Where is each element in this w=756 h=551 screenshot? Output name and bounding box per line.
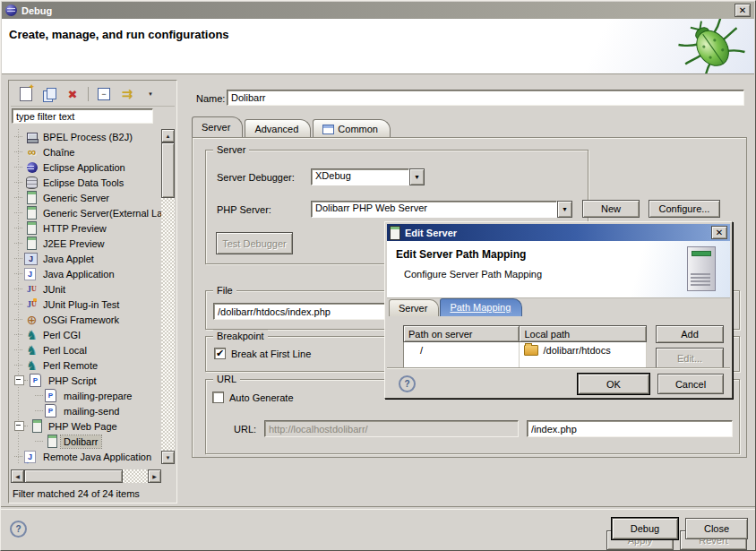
- java-icon: [24, 268, 36, 280]
- configure-server-button[interactable]: Configure...: [649, 200, 720, 218]
- dialog-title: Edit Server: [405, 228, 711, 238]
- dialog-heading: Edit Server Path Mapping: [396, 248, 526, 261]
- tree-item[interactable]: JUnit: [11, 281, 161, 297]
- scroll-left-icon[interactable]: ◀: [11, 469, 24, 483]
- edit-mapping-button[interactable]: Edit...: [656, 348, 724, 367]
- tab-common[interactable]: Common: [313, 119, 391, 137]
- collapse-all-icon[interactable]: [94, 85, 114, 103]
- tree-item[interactable]: Eclipse Application: [11, 159, 161, 175]
- column-header-local-path[interactable]: Local path: [520, 326, 647, 342]
- php-server-select[interactable]: Dolibarr PHP Web Server: [311, 201, 572, 218]
- tab-server[interactable]: Server: [192, 116, 243, 137]
- tree-item[interactable]: Remote Java Application: [11, 449, 161, 464]
- new-server-button[interactable]: New: [582, 200, 640, 218]
- duplicate-configuration-icon[interactable]: [39, 85, 59, 103]
- auto-generate-checkbox[interactable]: [212, 392, 224, 403]
- column-header-path-on-server[interactable]: Path on server: [404, 326, 520, 342]
- scrollbar-thumb[interactable]: [161, 142, 175, 198]
- scroll-down-icon[interactable]: ▼: [161, 451, 175, 464]
- scroll-up-icon[interactable]: ▲: [161, 129, 175, 142]
- server-debugger-label: Server Debugger:: [217, 172, 295, 183]
- dialog-close-button[interactable]: [711, 226, 727, 239]
- tree-item[interactable]: mailing-prepare: [11, 388, 161, 403]
- help-icon[interactable]: [399, 375, 416, 392]
- configuration-tree: BPEL Process (B2J) Chaîne Eclipse Applic…: [11, 129, 161, 464]
- tree-item[interactable]: Perl CGI: [11, 327, 161, 342]
- tree-item[interactable]: JUnit Plug-in Test: [11, 297, 161, 312]
- tree-item[interactable]: OSGi Framework: [11, 312, 161, 327]
- server-icon: [45, 435, 60, 449]
- view-menu-dropdown-icon[interactable]: [141, 85, 160, 103]
- tree-item[interactable]: Perl Remote: [11, 357, 161, 373]
- collapse-expander-icon[interactable]: [14, 421, 24, 431]
- tree-item[interactable]: HTTP Preview: [11, 220, 161, 236]
- url-group-title: URL: [213, 373, 240, 385]
- chevron-down-icon[interactable]: [557, 201, 572, 218]
- dialog-tabs: Server Path Mapping: [389, 297, 523, 316]
- window-close-button[interactable]: [735, 4, 751, 17]
- tree-item[interactable]: mailing-send: [11, 403, 161, 418]
- filter-configurations-icon[interactable]: [117, 85, 137, 103]
- tree-item[interactable]: Chaîne: [11, 144, 161, 159]
- java-applet-icon: [24, 253, 38, 265]
- filter-input[interactable]: [12, 108, 153, 124]
- junit-plugin-icon: [24, 297, 39, 312]
- name-input[interactable]: [227, 90, 744, 106]
- test-debugger-button[interactable]: Test Debugger: [216, 232, 293, 254]
- path-mapping-table[interactable]: Path on server Local path / /dolibarr/ht…: [403, 325, 647, 367]
- scrollbar-thumb[interactable]: [24, 469, 123, 483]
- dialog-titlebar[interactable]: Edit Server: [387, 224, 730, 241]
- collapse-expander-icon[interactable]: [14, 375, 24, 385]
- base-url-input: [264, 420, 519, 437]
- url-path-input[interactable]: [527, 420, 733, 437]
- tree-item[interactable]: BPEL Process (B2J): [11, 129, 161, 144]
- php-page-icon: [45, 404, 56, 418]
- tree-item[interactable]: Generic Server(External La: [11, 205, 161, 220]
- tree-item[interactable]: Eclipse Data Tools: [11, 175, 161, 190]
- tree-item-selected[interactable]: Dolibarr: [11, 434, 161, 449]
- eclipse-logo-icon: [5, 4, 17, 16]
- osgi-target-icon: [24, 313, 39, 327]
- tree-item[interactable]: J2EE Preview: [11, 236, 161, 251]
- tree-item[interactable]: PHP Web Page: [11, 418, 161, 434]
- configurations-toolbar: [11, 82, 175, 107]
- toolbar-separator: [88, 87, 89, 101]
- break-at-first-line-checkbox[interactable]: [214, 348, 226, 359]
- tree-item[interactable]: PHP Script: [11, 373, 161, 388]
- tree-horizontal-scrollbar[interactable]: ◀ ▶: [11, 469, 161, 483]
- help-icon[interactable]: [10, 521, 27, 538]
- database-icon: [24, 176, 39, 190]
- banner-text: Create, manage, and run configurations: [9, 28, 229, 41]
- server-icon: [24, 191, 39, 205]
- tree-item[interactable]: Java Application: [11, 266, 161, 281]
- tree-vertical-scrollbar[interactable]: ▲ ▼: [161, 129, 175, 464]
- configuration-tabs: Server Advanced Common: [192, 119, 392, 137]
- close-button[interactable]: Close: [685, 518, 748, 539]
- chain-icon: [24, 145, 39, 159]
- folder-icon: [524, 345, 538, 356]
- tree-item[interactable]: Generic Server: [11, 190, 161, 205]
- tree-item[interactable]: Perl Local: [11, 342, 161, 357]
- dialog-tab-path-mapping[interactable]: Path Mapping: [440, 298, 522, 316]
- debug-button[interactable]: Debug: [612, 518, 678, 539]
- new-configuration-icon[interactable]: [16, 85, 36, 103]
- scroll-right-icon[interactable]: ▶: [148, 469, 161, 483]
- server-icon: [24, 237, 39, 251]
- tree-item[interactable]: Java Applet: [11, 251, 161, 266]
- cancel-button[interactable]: Cancel: [657, 374, 724, 394]
- add-mapping-button[interactable]: Add: [656, 325, 724, 343]
- delete-configuration-icon[interactable]: [63, 85, 82, 103]
- window-titlebar[interactable]: Debug: [2, 2, 754, 19]
- path-mapping-content: Path on server Local path / /dolibarr/ht…: [387, 316, 730, 367]
- dialog-tab-server[interactable]: Server: [389, 299, 439, 316]
- ok-button[interactable]: OK: [578, 374, 649, 394]
- break-at-first-line-label: Break at First Line: [231, 349, 311, 359]
- tab-advanced[interactable]: Advanced: [245, 119, 311, 137]
- chevron-down-icon[interactable]: [409, 168, 425, 185]
- table-row[interactable]: / /dolibarr/htdocs: [404, 342, 647, 358]
- debug-window: Debug Create, manage, and run configurat…: [0, 0, 756, 551]
- dialog-banner: Edit Server Path Mapping Configure Serve…: [387, 241, 730, 298]
- server-debugger-select[interactable]: XDebug: [311, 168, 425, 185]
- php-server-label: PHP Server:: [217, 204, 271, 215]
- php-page-icon: [45, 389, 56, 402]
